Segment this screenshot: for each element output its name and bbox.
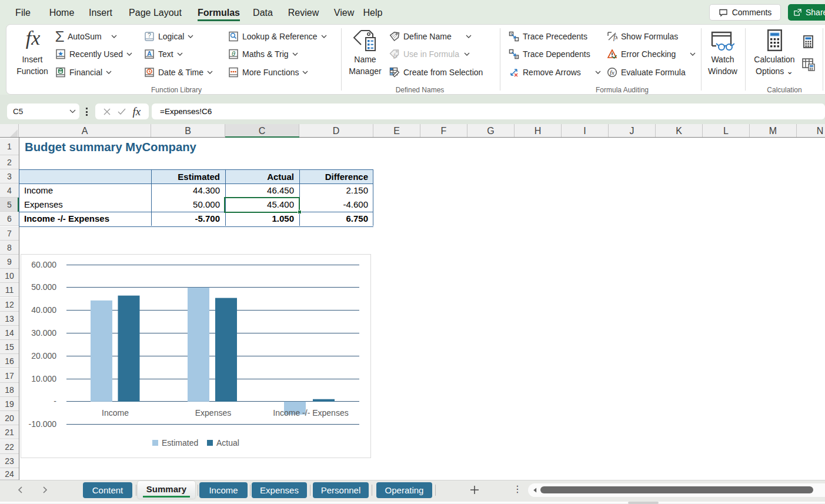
svg-text:fx: fx [393, 53, 398, 59]
svg-text:Income: Income [102, 408, 129, 418]
svg-text:50.000: 50.000 [31, 282, 56, 292]
svg-text:★: ★ [58, 50, 64, 57]
svg-text:?: ? [148, 32, 151, 39]
svg-text:fx: fx [610, 69, 614, 76]
svg-text:30.000: 30.000 [31, 328, 56, 338]
svg-text:-: - [54, 396, 56, 406]
svg-text:Σ: Σ [55, 31, 64, 42]
svg-text:60.000: 60.000 [31, 260, 56, 269]
svg-text:Estimated: Estimated [162, 438, 198, 448]
svg-text:Actual: Actual [216, 438, 239, 448]
svg-text:Income -/- Expenses: Income -/- Expenses [273, 408, 348, 418]
svg-text:20.000: 20.000 [31, 351, 56, 361]
svg-text:A: A [147, 50, 152, 57]
svg-text:10.000: 10.000 [31, 374, 56, 383]
svg-text:-10.000: -10.000 [29, 419, 57, 429]
svg-text:40.000: 40.000 [31, 305, 56, 315]
svg-text:Expenses: Expenses [195, 408, 231, 418]
svg-text:fx: fx [26, 27, 41, 49]
svg-text:fx: fx [613, 33, 617, 41]
svg-text:θ: θ [232, 50, 235, 57]
